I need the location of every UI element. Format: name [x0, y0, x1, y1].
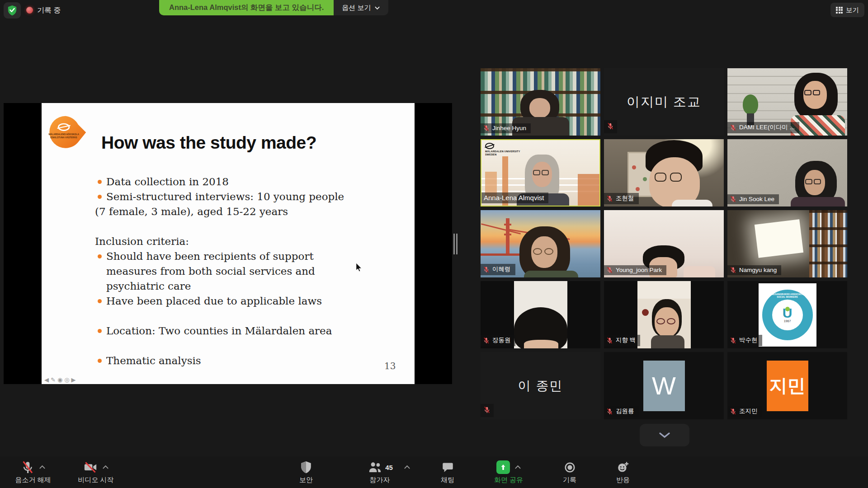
muted-mic-icon — [607, 122, 614, 130]
muted-mic-icon — [606, 195, 613, 202]
start-video-button[interactable]: 비디오 시작 — [69, 459, 123, 484]
participant-name: 김원룡 — [616, 407, 634, 415]
bullet-dot-icon — [98, 195, 102, 199]
security-button[interactable]: 보안 — [292, 459, 321, 484]
slide-page-number: 13 — [384, 361, 396, 371]
view-options-button[interactable]: 옵션 보기 — [334, 0, 388, 15]
slide-pen-icon: ✎ — [51, 376, 56, 383]
avatar-letter: 지민 — [767, 361, 808, 411]
participant-tile[interactable]: W 김원룡 — [604, 352, 724, 419]
presentation-slide: MÄLARDALENS HÖGSKOLA ESKILSTUNA VÄSTERÅS… — [42, 103, 415, 384]
muted-mic-icon — [483, 266, 490, 273]
glasses — [533, 170, 549, 175]
meeting-security-shield-button[interactable] — [4, 2, 21, 19]
participant-name: 장동원 — [492, 336, 511, 344]
participant-tile[interactable]: 장동원 — [481, 281, 600, 348]
security-shield-icon — [300, 461, 312, 474]
chat-icon — [442, 461, 454, 474]
zoom-meeting-window: 기록 중 Anna-Lena Almqvist의 화면을 보고 있습니다. 옵션… — [0, 0, 868, 488]
slide-bullet: Data collection in 2018 — [106, 174, 229, 189]
caret-up-icon[interactable] — [39, 465, 46, 469]
participant-tile[interactable]: 이혜령 — [481, 210, 600, 277]
participant-tile[interactable]: Namgyu kang — [727, 210, 847, 277]
participant-tile[interactable]: 이지미 조교 — [604, 68, 724, 136]
slide-line: Inclusion criteria: — [42, 234, 358, 249]
glasses — [533, 248, 553, 255]
unmute-button[interactable]: 음소거 해제 — [8, 459, 58, 484]
caret-up-icon[interactable] — [514, 465, 521, 469]
camera-muted-icon — [83, 460, 98, 474]
participant-tile[interactable]: DAMI LEE(이다미 ... — [727, 68, 847, 136]
participant-tile[interactable]: Jinhee Hyun — [481, 68, 600, 136]
chat-button[interactable]: 채팅 — [434, 459, 461, 484]
muted-mic-icon — [483, 125, 490, 131]
muted-mic-icon — [730, 408, 736, 415]
share-screen-icon — [496, 460, 510, 474]
participant-name: Anna-Lena Almqvist — [484, 194, 544, 202]
slide-bullet: Thematic analysis — [106, 353, 201, 368]
glasses — [656, 318, 675, 324]
caret-up-icon[interactable] — [102, 465, 109, 469]
participant-tile-active-speaker[interactable]: MÄLARDALEN UNIVERSITY SWEDEN Anna-Lena A… — [481, 139, 600, 206]
association-logo: GYEONGSANGBUKDO ASSOCIATION OF SOCIAL WO… — [759, 283, 816, 347]
slide-bullet: Should have been recipients of support m… — [106, 249, 358, 294]
participant-name: 박수현 — [739, 336, 758, 344]
muted-mic-icon — [730, 124, 736, 131]
svg-text:ESKILSTUNA VÄSTERÅS: ESKILSTUNA VÄSTERÅS — [51, 136, 78, 139]
caret-up-icon[interactable] — [404, 465, 410, 469]
muted-mic-icon — [606, 337, 613, 344]
participant-tile[interactable]: 이 종민 — [481, 352, 600, 419]
mouse-cursor — [355, 263, 363, 272]
reactions-button[interactable]: 반응 — [610, 459, 636, 484]
slide-bullet: Have been placed due to applicable laws — [106, 294, 322, 309]
participant-display-name: 이 종민 — [481, 352, 600, 419]
slide-line: (7 female, 3 male), aged 15-22 years — [42, 204, 358, 219]
malardalen-university-logo: MÄLARDALEN UNIVERSITY SWEDEN — [485, 143, 528, 156]
slide-body: Data collection in 2018 Semi-structured … — [42, 174, 358, 368]
panel-resize-handle[interactable] — [453, 234, 458, 254]
glasses — [655, 173, 682, 182]
glasses — [805, 179, 821, 184]
more-participants-button[interactable] — [640, 424, 689, 446]
screen-share-banner: Anna-Lena Almqvist의 화면을 보고 있습니다. 옵션 보기 — [159, 0, 388, 15]
bullet-dot-icon — [98, 254, 102, 258]
meeting-toolbar: 음소거 해제 비디오 시작 — [0, 456, 868, 488]
participant-tile[interactable]: 지향 백 — [604, 281, 724, 348]
participant-tile[interactable]: 지민 조지민 — [727, 352, 847, 419]
view-layout-button[interactable]: 보기 — [830, 3, 864, 17]
participant-tile[interactable]: GYEONGSANGBUKDO ASSOCIATION OF SOCIAL WO… — [727, 281, 847, 348]
participant-name: 조지민 — [739, 407, 758, 415]
glasses — [804, 90, 820, 95]
participant-name: 지향 백 — [616, 336, 636, 344]
participant-tile[interactable]: Jin Sook Lee — [727, 139, 847, 206]
participant-tile[interactable]: Young_joon Park — [604, 210, 724, 277]
muted-mic-icon — [606, 267, 613, 273]
participant-name: 이혜령 — [492, 265, 511, 273]
share-screen-button[interactable]: 화면 공유 — [484, 459, 533, 484]
muted-mic-icon — [483, 337, 490, 344]
bullet-dot-icon — [98, 329, 102, 333]
muted-mic-icon — [606, 408, 613, 415]
participant-display-name: 이지미 조교 — [604, 68, 724, 136]
participant-name: Young_joon Park — [616, 267, 662, 273]
participant-tile[interactable]: 조현철 — [604, 139, 724, 206]
ceiling-light — [755, 219, 803, 258]
slide-title: How was the study made? — [101, 133, 316, 153]
record-button[interactable]: 기록 — [557, 459, 582, 484]
participant-name: Jin Sook Lee — [739, 196, 774, 202]
slide-bullet: Location: Two counties in Mälardalen are… — [106, 324, 332, 338]
reactions-smiley-icon — [617, 461, 629, 474]
bullet-dot-icon — [98, 359, 102, 363]
viewing-banner-text: Anna-Lena Almqvist의 화면을 보고 있습니다. — [159, 0, 334, 15]
participants-button[interactable]: 45 참가자 — [357, 459, 420, 484]
grid-view-icon — [836, 7, 843, 14]
participant-grid: Jinhee Hyun 이지미 조교 DAMI LEE(이다미 ... — [481, 68, 847, 419]
recording-label: 기록 중 — [37, 6, 61, 15]
slide-nav-controls: ◀ ✎ ◉ ◎ ▶ — [44, 376, 76, 383]
mic-muted-icon — [21, 460, 34, 474]
recording-indicator-icon — [26, 7, 33, 14]
shared-screen-region: MÄLARDALENS HÖGSKOLA ESKILSTUNA VÄSTERÅS… — [4, 103, 452, 384]
view-button-label: 보기 — [846, 6, 859, 14]
bullet-dot-icon — [98, 299, 102, 303]
green-shield-check-icon — [7, 5, 17, 16]
